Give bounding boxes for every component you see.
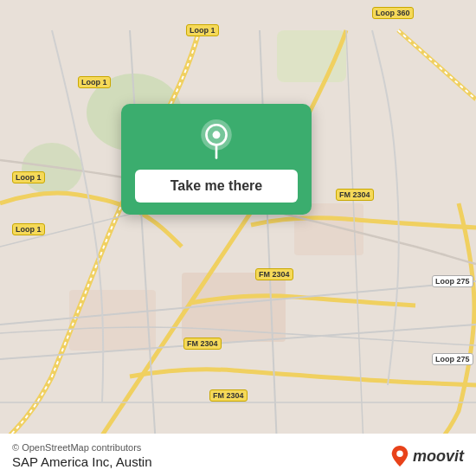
svg-point-18 <box>213 131 221 138</box>
road-label-loop1a: Loop 1 <box>186 24 219 36</box>
road-label-fm2304b: FM 2304 <box>255 268 293 280</box>
road-label-loop360: Loop 360 <box>372 7 414 19</box>
moovit-text: moovit <box>413 447 464 466</box>
moovit-pin-icon <box>390 445 409 467</box>
road-label-loop1c: Loop 1 <box>12 171 45 183</box>
svg-point-19 <box>396 451 402 457</box>
road-label-fm2304a: FM 2304 <box>336 189 374 201</box>
road-label-loop1d: Loop 1 <box>12 223 45 235</box>
location-pin-icon <box>196 119 237 161</box>
take-me-there-button[interactable]: Take me there <box>135 170 298 203</box>
road-label-loop275a: Loop 275 <box>432 275 473 287</box>
moovit-logo: moovit <box>390 445 464 467</box>
road-label-loop275b: Loop 275 <box>432 353 473 365</box>
road-label-fm2304d: FM 2304 <box>209 389 248 402</box>
road-label-loop1b: Loop 1 <box>78 76 111 88</box>
road-label-fm2304c: FM 2304 <box>183 338 222 350</box>
map-container: Loop 360 Loop 1 Loop 1 Loop 1 Loop 1 FM … <box>0 0 476 476</box>
location-card: Take me there <box>121 104 312 215</box>
map-roads <box>0 0 476 476</box>
